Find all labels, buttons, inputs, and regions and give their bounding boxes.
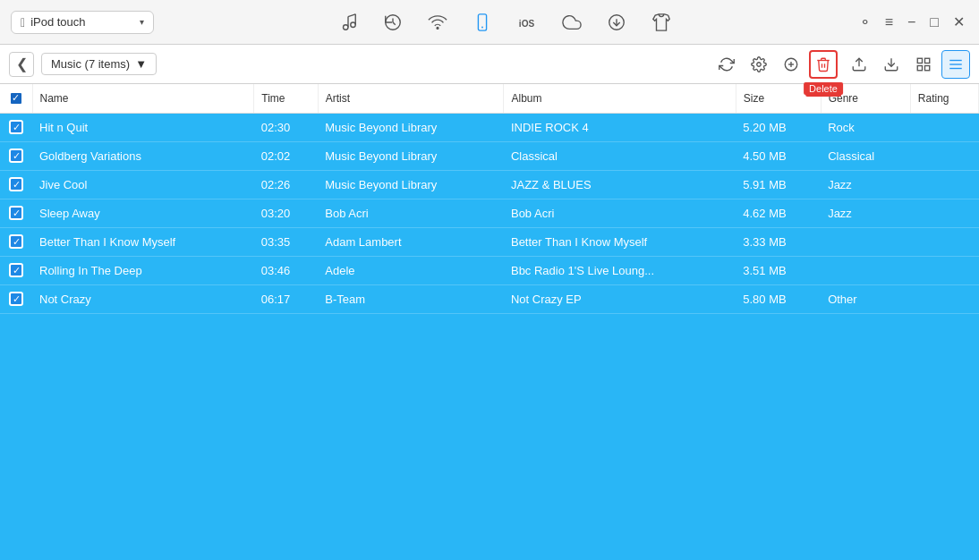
- album-column-header[interactable]: Album: [504, 84, 736, 113]
- row-album: Classical: [504, 141, 736, 170]
- row-artist: Adam Lambert: [318, 227, 504, 256]
- table-row[interactable]: ✓ Not Crazy 06:17 B-Team Not Crazy EP 5.…: [0, 284, 979, 313]
- name-column-header[interactable]: Name: [32, 84, 254, 113]
- row-checkbox-col[interactable]: ✓: [0, 227, 32, 256]
- sync-button[interactable]: [712, 50, 741, 79]
- row-checkbox[interactable]: ✓: [9, 177, 23, 191]
- row-checkbox-col[interactable]: ✓: [0, 141, 32, 170]
- row-name: Not Crazy: [32, 284, 254, 313]
- add-button[interactable]: [777, 50, 805, 79]
- row-rating: [910, 199, 978, 227]
- cloud-icon-btn[interactable]: [558, 8, 586, 37]
- row-checkbox-col[interactable]: ✓: [0, 199, 32, 227]
- history-icon-btn[interactable]: [379, 8, 407, 37]
- row-size: 3.51 MB: [736, 256, 821, 284]
- row-rating: [910, 227, 978, 256]
- filter-chevron-icon: ▼: [135, 57, 147, 71]
- window-controls: ⚬ ≡ − □ ✕: [856, 12, 968, 32]
- row-size: 4.50 MB: [736, 141, 821, 170]
- row-checkbox-col[interactable]: ✓: [0, 256, 32, 284]
- table-row[interactable]: ✓ Hit n Quit 02:30 Music Beyond Library …: [0, 113, 979, 141]
- grid-view-button[interactable]: [909, 50, 938, 79]
- row-album: INDIE ROCK 4: [504, 113, 736, 141]
- title-icons: iOS: [163, 8, 847, 37]
- download-icon-btn[interactable]: [602, 8, 631, 37]
- artist-column-header[interactable]: Artist: [318, 84, 504, 113]
- svg-point-13: [757, 62, 762, 66]
- close-btn[interactable]: ✕: [949, 12, 968, 32]
- row-time: 02:02: [254, 141, 319, 170]
- row-size: 5.20 MB: [736, 113, 821, 141]
- chevron-down-icon: ▾: [140, 17, 144, 27]
- tshirt-icon-btn[interactable]: [647, 8, 676, 37]
- export-button[interactable]: [845, 50, 873, 79]
- row-size: 4.62 MB: [736, 199, 821, 227]
- row-checkbox[interactable]: ✓: [9, 148, 23, 163]
- table-row[interactable]: ✓ Rolling In The Deep 03:46 Adele Bbc Ra…: [0, 256, 979, 284]
- row-checkbox-col[interactable]: ✓: [0, 170, 32, 199]
- music-table-container: ✓ Name Time Artist Album Size Genre Rati…: [0, 84, 979, 560]
- import-button[interactable]: [877, 50, 906, 79]
- table-row[interactable]: ✓ Better Than I Know Myself 03:35 Adam L…: [0, 227, 979, 256]
- row-checkbox[interactable]: ✓: [9, 234, 23, 249]
- svg-rect-19: [917, 58, 922, 63]
- rating-column-header[interactable]: Rating: [910, 84, 978, 113]
- svg-point-0: [343, 24, 348, 30]
- row-artist: Adele: [318, 256, 504, 284]
- row-album: JAZZ & BLUES: [504, 170, 736, 199]
- maximize-btn[interactable]: □: [926, 13, 942, 32]
- table-row[interactable]: ✓ Goldberg Variations 02:02 Music Beyond…: [0, 141, 979, 170]
- row-genre: Other: [821, 284, 910, 313]
- row-checkbox-col[interactable]: ✓: [0, 284, 32, 313]
- row-name: Jive Cool: [32, 170, 254, 199]
- row-album: Better Than I Know Myself: [504, 227, 736, 256]
- filter-label: Music (7 items): [51, 57, 130, 71]
- header-check-col[interactable]: ✓: [0, 84, 32, 113]
- chevron-left-icon: ❮: [16, 55, 28, 72]
- row-rating: [910, 113, 978, 141]
- delete-tooltip: Delete: [804, 82, 843, 95]
- ios-icon-btn[interactable]: iOS: [513, 8, 541, 37]
- time-column-header[interactable]: Time: [254, 84, 319, 113]
- row-genre: Classical: [821, 141, 910, 170]
- row-name: Sleep Away: [32, 199, 254, 227]
- device-selector[interactable]:  iPod touch ▾: [11, 11, 154, 34]
- row-size: 3.33 MB: [736, 227, 821, 256]
- select-all-checkbox[interactable]: ✓: [9, 91, 23, 106]
- svg-rect-21: [917, 65, 922, 70]
- music-table: ✓ Name Time Artist Album Size Genre Rati…: [0, 84, 979, 314]
- row-genre: [821, 227, 910, 256]
- back-button[interactable]: ❮: [9, 52, 34, 77]
- table-row[interactable]: ✓ Jive Cool 02:26 Music Beyond Library J…: [0, 170, 979, 199]
- row-checkbox-col[interactable]: ✓: [0, 113, 32, 141]
- table-row[interactable]: ✓ Sleep Away 03:20 Bob Acri Bob Acri 4.6…: [0, 199, 979, 227]
- filter-dropdown[interactable]: Music (7 items) ▼: [41, 53, 157, 75]
- row-checkbox[interactable]: ✓: [9, 120, 23, 134]
- row-artist: Bob Acri: [318, 199, 504, 227]
- music-icon-btn[interactable]: [334, 8, 362, 37]
- row-time: 06:17: [254, 284, 319, 313]
- svg-text:iOS: iOS: [519, 18, 535, 28]
- row-artist: B-Team: [318, 284, 504, 313]
- row-checkbox[interactable]: ✓: [9, 263, 23, 277]
- row-time: 03:35: [254, 227, 319, 256]
- settings-button[interactable]: [745, 50, 773, 79]
- device-name-label: iPod touch: [30, 15, 134, 29]
- svg-point-7: [437, 27, 438, 29]
- delete-button[interactable]: Delete: [809, 50, 838, 79]
- row-checkbox[interactable]: ✓: [9, 206, 23, 220]
- row-time: 03:20: [254, 199, 319, 227]
- minimize-btn[interactable]: −: [904, 13, 919, 32]
- row-genre: Rock: [821, 113, 910, 141]
- row-checkbox[interactable]: ✓: [9, 292, 23, 306]
- list-view-button[interactable]: [941, 50, 970, 79]
- row-genre: [821, 256, 910, 284]
- row-rating: [910, 170, 978, 199]
- menu-btn[interactable]: ≡: [881, 13, 897, 32]
- search-btn[interactable]: ⚬: [856, 12, 874, 32]
- wifi-sync-icon-btn[interactable]: [423, 8, 452, 37]
- row-size: 5.80 MB: [736, 284, 821, 313]
- device-icon-btn[interactable]: [468, 8, 497, 37]
- row-size: 5.91 MB: [736, 170, 821, 199]
- svg-line-6: [393, 22, 396, 25]
